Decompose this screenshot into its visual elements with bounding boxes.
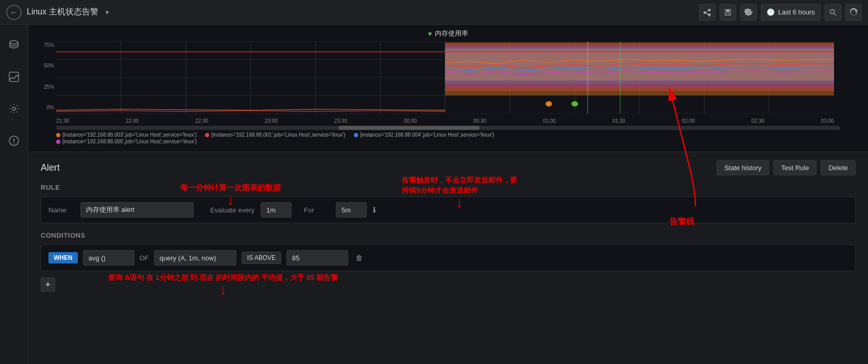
legend-item-3: {instance='192.168.88.005',job='Linux Ho… xyxy=(56,139,197,144)
x-label-2230: 22:30 xyxy=(195,118,208,124)
chart-legend: {instance='192.168.88.003',job='Linux Ho… xyxy=(37,132,860,144)
legend-text-1: {instance='192.168.88.001',job='Linux Ho… xyxy=(211,132,346,138)
chart-scrollbar-thumb[interactable] xyxy=(338,126,480,130)
legend-text-3: {instance='192.168.88.005',job='Linux Ho… xyxy=(62,139,197,144)
x-label-0200: 02:00 xyxy=(682,118,695,124)
svg-point-31 xyxy=(571,101,578,106)
when-badge: WHEN xyxy=(48,252,78,263)
chart-area: 75% 50% 25% 0% xyxy=(37,41,860,124)
rule-section-label: Rule xyxy=(41,184,856,191)
x-label-0030: 00:30 xyxy=(473,118,486,124)
alert-panel: Alert State history Test Rule Delete Rul… xyxy=(28,152,868,364)
legend-dot-2 xyxy=(354,133,358,137)
save-button[interactable] xyxy=(720,4,736,21)
alert-panel-title: Alert xyxy=(41,162,60,173)
back-button[interactable]: ← xyxy=(6,5,22,20)
top-bar-right: 🕐 Last 6 hours xyxy=(699,4,862,21)
alert-panel-buttons: State history Test Rule Delete xyxy=(717,160,856,175)
rule-row: Name Evaluate every For ℹ xyxy=(41,196,856,223)
legend-dot-3 xyxy=(56,140,60,144)
add-condition-button[interactable]: + xyxy=(41,277,55,292)
legend-item-0: {instance='192.168.88.003',job='Linux Ho… xyxy=(56,132,197,138)
legend-text-0: {instance='192.168.88.003',job='Linux Ho… xyxy=(62,132,197,138)
info-icon[interactable]: ℹ xyxy=(373,206,376,214)
legend-dot-0 xyxy=(56,133,60,137)
y-label-50: 50% xyxy=(39,63,54,69)
state-history-button[interactable]: State history xyxy=(717,160,769,175)
of-text: OF xyxy=(140,254,149,262)
y-label-0: 0% xyxy=(39,105,54,110)
alert-panel-header: Alert State history Test Rule Delete xyxy=(41,160,856,175)
avg-input[interactable] xyxy=(83,250,134,266)
top-bar: ← Linux 主机状态告警 ▾ 🕐 Last 6 hours xyxy=(0,0,868,25)
test-rule-button[interactable]: Test Rule xyxy=(773,160,816,175)
sidebar xyxy=(0,25,28,364)
page-title: Linux 主机状态告警 xyxy=(27,7,98,18)
query-input[interactable] xyxy=(154,250,236,266)
settings-button[interactable] xyxy=(740,4,757,21)
name-label: Name xyxy=(48,206,74,214)
time-selector[interactable]: 🕐 Last 6 hours xyxy=(761,4,821,21)
time-selector-label: Last 6 hours xyxy=(778,8,815,16)
legend-row-2: {instance='192.168.88.005',job='Linux Ho… xyxy=(56,139,860,144)
for-label: For xyxy=(304,206,330,214)
legend-text-2: {instance='192.168.88.004',job='Linux Ho… xyxy=(360,132,495,138)
sidebar-icon-database[interactable] xyxy=(4,35,24,55)
conditions-row: WHEN OF IS ABOVE 🗑 xyxy=(41,244,856,271)
x-label-0230: 02:30 xyxy=(752,118,764,124)
svg-point-30 xyxy=(546,101,552,106)
svg-point-4 xyxy=(12,107,15,110)
x-label-2130: 21:30 xyxy=(56,118,69,124)
y-label-25: 25% xyxy=(39,84,54,90)
chart-section: ♥ 内存使用率 75% 50% 25% 0% xyxy=(28,25,868,152)
x-label-0130: 01:30 xyxy=(612,118,625,124)
y-label-75: 75% xyxy=(39,42,54,48)
x-label-2200: 22:00 xyxy=(126,118,139,124)
legend-row-1: {instance='192.168.88.003',job='Linux Ho… xyxy=(56,132,860,138)
legend-item-1: {instance='192.168.88.001',job='Linux Ho… xyxy=(205,132,346,138)
name-input[interactable] xyxy=(80,202,194,218)
chart-y-axis: 75% 50% 25% 0% xyxy=(37,41,56,111)
search-button[interactable] xyxy=(825,4,841,21)
chart-title: ♥ 内存使用率 xyxy=(37,29,860,38)
sidebar-icon-alert[interactable] xyxy=(4,131,24,151)
svg-rect-3 xyxy=(9,72,19,81)
clock-icon: 🕐 xyxy=(767,8,775,16)
heart-icon: ♥ xyxy=(428,30,432,38)
threshold-input[interactable] xyxy=(286,250,348,266)
svg-line-1 xyxy=(834,13,836,15)
for-input[interactable] xyxy=(336,202,367,218)
chart-scrollbar[interactable] xyxy=(56,126,840,130)
refresh-button[interactable] xyxy=(845,4,862,21)
chart-title-text: 内存使用率 xyxy=(435,29,468,38)
sidebar-icon-settings[interactable] xyxy=(4,99,24,119)
svg-point-2 xyxy=(10,41,18,44)
conditions-section-label: Conditions xyxy=(41,231,856,239)
trash-icon[interactable]: 🗑 xyxy=(355,254,363,262)
x-label-2300: 23:00 xyxy=(265,118,278,124)
evaluate-input[interactable] xyxy=(261,202,292,218)
svg-point-7 xyxy=(13,142,14,143)
x-label-0300: 03:00 xyxy=(821,118,834,124)
title-dropdown-icon[interactable]: ▾ xyxy=(106,9,109,16)
x-label-2330: 23:30 xyxy=(334,118,347,124)
share-button[interactable] xyxy=(699,4,716,21)
legend-item-2: {instance='192.168.88.004',job='Linux Ho… xyxy=(354,132,495,138)
x-label-0000: 00:00 xyxy=(404,118,417,124)
legend-dot-1 xyxy=(205,133,209,137)
chart-inner[interactable]: 85 ♥ xyxy=(56,41,834,113)
x-label-0100: 01:00 xyxy=(543,118,556,124)
chart-x-axis: 21:30 22:00 22:30 23:00 23:30 00:00 00:3… xyxy=(56,113,834,124)
top-bar-left: ← Linux 主机状态告警 ▾ xyxy=(6,5,699,20)
is-above-badge: IS ABOVE xyxy=(242,252,281,264)
sidebar-icon-chart[interactable] xyxy=(4,67,24,87)
main-layout: ♥ 内存使用率 75% 50% 25% 0% xyxy=(0,25,868,364)
svg-point-0 xyxy=(830,9,835,13)
delete-button[interactable]: Delete xyxy=(821,160,856,175)
content-area: ♥ 内存使用率 75% 50% 25% 0% xyxy=(28,25,868,364)
evaluate-label: Evaluate every xyxy=(210,206,254,214)
